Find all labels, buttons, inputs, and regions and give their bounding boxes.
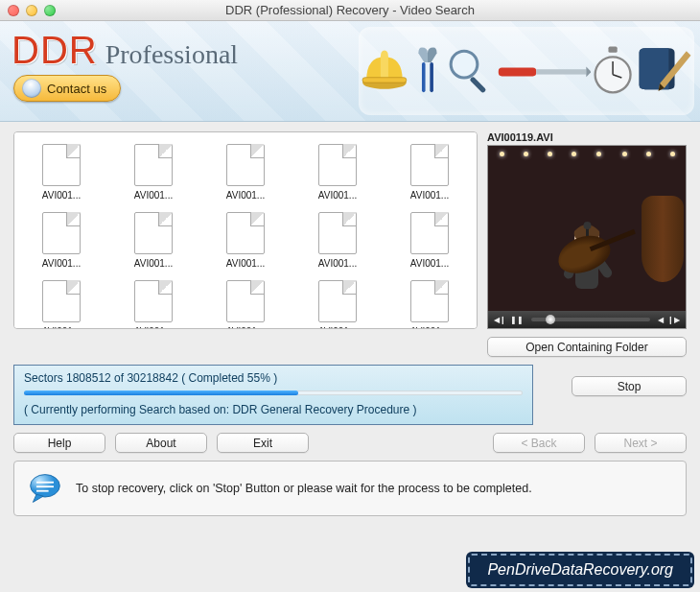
- file-icon: [36, 274, 86, 324]
- zoom-window-button[interactable]: [44, 5, 56, 16]
- file-item[interactable]: AVI001...: [296, 274, 379, 329]
- file-label: AVI001...: [226, 326, 265, 329]
- stopwatch-icon: [591, 33, 635, 109]
- svg-point-4: [451, 51, 478, 78]
- file-item[interactable]: AVI001...: [296, 138, 379, 201]
- open-containing-folder-button[interactable]: Open Containing Folder: [487, 337, 687, 357]
- main-content: AVI001...AVI001...AVI001...AVI001...AVI0…: [0, 122, 700, 453]
- file-icon: [405, 138, 455, 188]
- file-label: AVI001...: [318, 190, 357, 201]
- logo-text-ddr: DDR: [12, 29, 98, 72]
- file-icon: [313, 206, 362, 256]
- magnifier-icon: [445, 33, 497, 109]
- file-item[interactable]: AVI001...: [20, 138, 103, 201]
- chat-bubble-icon: [28, 471, 62, 506]
- file-label: AVI001...: [226, 190, 265, 201]
- close-window-button[interactable]: [8, 5, 19, 16]
- file-item[interactable]: AVI001...: [204, 206, 287, 269]
- video-player-controls: ◀︎❙ ❚❚ ◀︎ ❙▶︎: [488, 311, 686, 328]
- progress-procedure-text: ( Currently performing Search based on: …: [24, 403, 523, 416]
- file-item[interactable]: AVI001...: [388, 206, 471, 269]
- svg-point-19: [584, 222, 592, 229]
- info-message: To stop recovery, click on 'Stop' Button…: [76, 482, 532, 495]
- person-icon: [22, 79, 41, 98]
- file-item[interactable]: AVI001...: [20, 274, 103, 329]
- file-item[interactable]: AVI001...: [204, 274, 287, 329]
- file-icon: [36, 138, 86, 188]
- progress-bar: [24, 391, 523, 395]
- file-label: AVI001...: [42, 258, 81, 269]
- minimize-window-button[interactable]: [26, 5, 37, 16]
- file-icon: [221, 274, 270, 324]
- help-button[interactable]: Help: [13, 433, 105, 453]
- progress-panel: Sectors 1808512 of 30218842 ( Completed …: [13, 365, 533, 425]
- app-logo: DDR Professional: [12, 29, 238, 72]
- file-label: AVI001...: [226, 258, 265, 269]
- preview-filename: AVI00119.AVI: [487, 131, 687, 143]
- stop-button[interactable]: Stop: [572, 376, 687, 396]
- svg-rect-9: [609, 47, 618, 53]
- svg-rect-7: [536, 69, 586, 74]
- file-label: AVI001...: [134, 326, 173, 329]
- file-icon: [128, 274, 178, 324]
- next-button[interactable]: Next >: [595, 433, 687, 453]
- back-button[interactable]: < Back: [493, 433, 585, 453]
- svg-rect-2: [422, 62, 426, 92]
- file-item[interactable]: AVI001...: [20, 206, 103, 269]
- preview-column: AVI00119.AVI: [487, 131, 687, 329]
- file-label: AVI001...: [318, 258, 357, 269]
- info-panel: To stop recovery, click on 'Stop' Button…: [13, 461, 687, 516]
- player-pause-button[interactable]: ❚❚: [510, 316, 524, 324]
- app-window: DDR (Professional) Recovery - Video Sear…: [0, 0, 700, 554]
- file-item[interactable]: AVI001...: [296, 206, 379, 269]
- file-item[interactable]: AVI001...: [388, 138, 471, 201]
- window-controls: [8, 5, 56, 16]
- file-item[interactable]: AVI001...: [112, 274, 195, 329]
- file-item[interactable]: AVI001...: [388, 274, 471, 329]
- file-label: AVI001...: [42, 326, 81, 329]
- file-icon: [221, 206, 270, 256]
- file-icon: [405, 206, 455, 256]
- svg-rect-3: [430, 62, 433, 92]
- file-label: AVI001...: [410, 258, 449, 269]
- header-banner: DDR Professional Contact us: [0, 21, 700, 122]
- svg-rect-1: [362, 78, 407, 83]
- file-icon: [313, 274, 362, 324]
- pliers-icon: [410, 33, 445, 109]
- player-prev-button[interactable]: ◀︎❙: [494, 316, 506, 324]
- file-icon: [128, 138, 178, 188]
- recovered-files-panel[interactable]: AVI001...AVI001...AVI001...AVI001...AVI0…: [13, 131, 478, 329]
- about-button[interactable]: About: [115, 433, 207, 453]
- watermark-badge: PenDriveDataRecovery.org: [468, 554, 692, 586]
- file-icon: [221, 138, 270, 188]
- player-seek-slider[interactable]: [531, 318, 650, 321]
- notebook-pen-icon: [635, 33, 694, 109]
- svg-rect-5: [469, 76, 486, 93]
- video-preview-frame[interactable]: [488, 146, 686, 311]
- player-next-button[interactable]: ❙▶︎: [667, 316, 680, 324]
- svg-point-20: [31, 475, 60, 497]
- file-label: AVI001...: [134, 258, 173, 269]
- file-label: AVI001...: [410, 326, 449, 329]
- window-title: DDR (Professional) Recovery - Video Sear…: [0, 3, 700, 17]
- file-icon: [128, 206, 178, 256]
- file-item[interactable]: AVI001...: [204, 138, 287, 201]
- progress-fill: [24, 391, 298, 395]
- contact-us-label: Contact us: [47, 82, 106, 96]
- contact-us-button[interactable]: Contact us: [13, 75, 121, 102]
- file-icon: [405, 274, 455, 324]
- logo-text-professional: Professional: [105, 39, 238, 70]
- file-item[interactable]: AVI001...: [112, 138, 195, 201]
- banner-tools-illustration: [359, 27, 694, 115]
- screwdriver-icon: [497, 33, 592, 109]
- hardhat-icon: [359, 33, 410, 109]
- file-item[interactable]: AVI001...: [112, 206, 195, 269]
- video-preview-box: ◀︎❙ ❚❚ ◀︎ ❙▶︎: [487, 145, 687, 329]
- file-icon: [313, 138, 362, 188]
- player-back-button[interactable]: ◀︎: [658, 316, 664, 324]
- file-label: AVI001...: [134, 190, 173, 201]
- file-label: AVI001...: [42, 190, 81, 201]
- exit-button[interactable]: Exit: [217, 433, 309, 453]
- svg-rect-6: [498, 67, 535, 76]
- file-label: AVI001...: [410, 190, 449, 201]
